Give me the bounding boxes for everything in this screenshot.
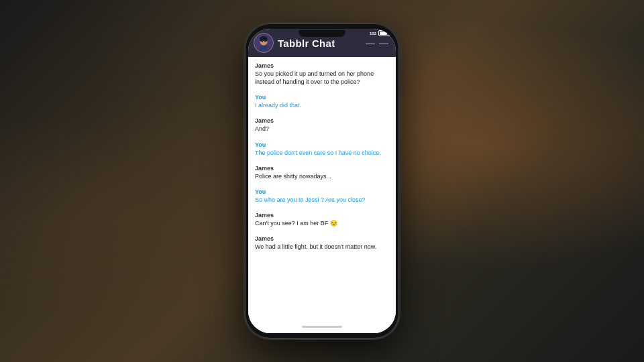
message-sender: James bbox=[255, 235, 389, 242]
svg-point-1 bbox=[259, 45, 268, 51]
svg-point-7 bbox=[264, 41, 266, 42]
message-divider bbox=[255, 112, 389, 115]
svg-point-5 bbox=[265, 38, 268, 42]
app-title: Tabblr Chat bbox=[278, 38, 362, 49]
message-text: So who are you to Jessi ? Are you close? bbox=[255, 196, 389, 204]
message-text: The police don't even care so I have no … bbox=[255, 149, 389, 157]
chat-area[interactable]: JamesSo you picked it up and turned on h… bbox=[248, 57, 396, 320]
message-text: We had a little fight. but it doesn't ma… bbox=[255, 243, 389, 251]
phone-notch bbox=[299, 30, 345, 37]
home-indicator bbox=[302, 326, 342, 328]
message-divider bbox=[255, 230, 389, 233]
message-block: JamesCan't you see? I am her BF 😒 bbox=[255, 212, 389, 227]
message-sender: You bbox=[255, 188, 389, 195]
phone-bottom-bar bbox=[248, 320, 396, 333]
message-divider bbox=[255, 183, 389, 186]
battery-icon bbox=[378, 30, 390, 36]
message-block: YouThe police don't even care so I have … bbox=[255, 141, 389, 157]
battery-label: 102 bbox=[370, 32, 376, 36]
message-block: JamesAnd? bbox=[255, 117, 389, 133]
message-sender: James bbox=[255, 62, 389, 69]
avatar[interactable] bbox=[254, 33, 274, 53]
message-text: Can't you see? I am her BF 😒 bbox=[255, 219, 389, 227]
message-sender: James bbox=[255, 165, 389, 172]
battery-fill bbox=[380, 32, 387, 35]
message-divider bbox=[255, 136, 389, 139]
message-divider bbox=[255, 160, 389, 162]
svg-point-6 bbox=[262, 41, 263, 42]
message-divider bbox=[255, 88, 389, 91]
header-menu[interactable]: — — bbox=[366, 38, 389, 48]
status-bar: 102 bbox=[370, 30, 390, 36]
message-divider bbox=[255, 206, 389, 209]
svg-point-4 bbox=[260, 38, 262, 42]
message-sender: James bbox=[255, 212, 389, 219]
message-block: YouI already did that. bbox=[255, 94, 389, 109]
message-block: JamesWe had a little fight. but it doesn… bbox=[255, 235, 389, 251]
message-text: Police are shitty nowadays... bbox=[255, 172, 389, 180]
message-text: So you picked it up and turned on her ph… bbox=[255, 70, 389, 86]
message-text: I already did that. bbox=[255, 101, 389, 109]
message-text: And? bbox=[255, 125, 389, 133]
message-sender: You bbox=[255, 141, 389, 148]
message-block: YouSo who are you to Jessi ? Are you clo… bbox=[255, 188, 389, 204]
message-block: JamesSo you picked it up and turned on h… bbox=[255, 62, 389, 86]
phone-screen: 102 bbox=[248, 29, 396, 333]
message-sender: James bbox=[255, 117, 389, 124]
phone-device: 102 bbox=[245, 23, 399, 339]
message-block: JamesPolice are shitty nowadays... bbox=[255, 165, 389, 180]
message-sender: You bbox=[255, 94, 389, 101]
phone-shell: 102 bbox=[245, 23, 399, 339]
